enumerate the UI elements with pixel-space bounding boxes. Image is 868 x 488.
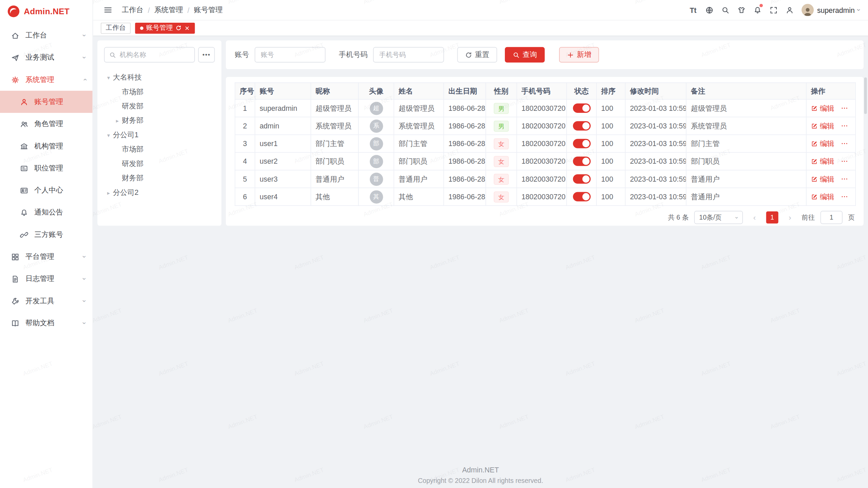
breadcrumb-item[interactable]: 工作台: [122, 5, 143, 15]
table-row[interactable]: 5user3普通用户普普通用户1986-06-28女18020030720100…: [235, 170, 855, 188]
tree-item-label: 研发部: [122, 101, 143, 111]
profile-icon: [20, 186, 29, 194]
scrollbar-thumb[interactable]: [864, 78, 867, 114]
bell-icon[interactable]: [750, 3, 764, 17]
goto-page-input[interactable]: [821, 211, 843, 224]
tab-item[interactable]: 工作台: [101, 22, 131, 34]
sidebar-item-org-mgmt[interactable]: 机构管理: [0, 135, 93, 157]
add-button[interactable]: 新增: [559, 47, 599, 63]
docs-icon: [11, 319, 21, 327]
row-more-button[interactable]: [841, 193, 848, 200]
cell-gender: 女: [486, 152, 517, 170]
account-filter-input[interactable]: [255, 47, 326, 63]
next-page-button[interactable]: ›: [784, 211, 796, 224]
cell-time: 2023-01-03 10:59:44: [625, 188, 686, 205]
phone-filter-input[interactable]: [373, 47, 444, 63]
tree-arrow-icon[interactable]: ▸: [113, 118, 122, 124]
tree-item[interactable]: ▾分公司1: [104, 128, 215, 142]
table-row[interactable]: 4user2部门职员部部门职员1986-06-28女18020030720100…: [235, 152, 855, 170]
edit-button[interactable]: 编辑: [811, 139, 834, 148]
prev-page-button[interactable]: ‹: [748, 211, 761, 224]
edit-button[interactable]: 编辑: [811, 103, 834, 113]
font-size-icon[interactable]: Tt: [686, 3, 700, 17]
status-toggle[interactable]: [573, 157, 590, 166]
user-menu[interactable]: superadmin ›: [802, 4, 860, 16]
status-toggle[interactable]: [573, 139, 590, 148]
cell-remark: 部门职员: [686, 152, 806, 170]
tab-refresh-icon[interactable]: [176, 25, 182, 31]
sidebar-item-position-mgmt[interactable]: 职位管理: [0, 157, 93, 179]
tab-close-icon[interactable]: [184, 25, 190, 30]
gender-badge: 女: [494, 191, 509, 202]
status-toggle[interactable]: [573, 192, 590, 202]
sidebar-item-dev-tools[interactable]: 开发工具›: [0, 290, 93, 312]
user-icon[interactable]: [782, 3, 796, 17]
page-unit-label: 页: [848, 213, 855, 222]
tree-arrow-icon[interactable]: ▸: [104, 189, 113, 196]
row-more-button[interactable]: [841, 104, 848, 111]
breadcrumb-item[interactable]: 账号管理: [194, 5, 223, 15]
tree-item[interactable]: 研发部: [104, 157, 215, 171]
sidebar-item-help-docs[interactable]: 帮助文档›: [0, 312, 93, 334]
edit-button[interactable]: 编辑: [811, 192, 834, 202]
tree-item[interactable]: 市场部: [104, 142, 215, 157]
hamburger-icon[interactable]: [101, 3, 115, 17]
tree-item[interactable]: ▸分公司2: [104, 185, 215, 200]
table-row[interactable]: 6user4其他其其他1986-06-28女180200307201002023…: [235, 188, 855, 205]
row-more-button[interactable]: [841, 140, 848, 147]
org-more-button[interactable]: •••: [198, 47, 215, 63]
brand[interactable]: Admin.NET: [0, 0, 93, 22]
total-count: 共 6 条: [668, 213, 689, 222]
gender-badge: 男: [494, 103, 509, 114]
query-button[interactable]: 查询: [505, 47, 545, 63]
sidebar-item-business-test[interactable]: 业务测试›: [0, 46, 93, 68]
sidebar-item-platform-mgmt[interactable]: 平台管理›: [0, 246, 93, 268]
reset-button[interactable]: 重置: [457, 47, 497, 63]
tree-item[interactable]: 市场部: [104, 85, 215, 99]
chevron-down-icon: ›: [855, 9, 863, 11]
phone-filter-label: 手机号码: [339, 50, 368, 60]
status-toggle[interactable]: [573, 103, 590, 113]
cell-phone: 18020030720: [517, 188, 567, 205]
tree-item[interactable]: ▸财务部: [104, 114, 215, 128]
row-more-button[interactable]: [841, 157, 848, 164]
breadcrumb-separator: /: [148, 6, 150, 14]
edit-button[interactable]: 编辑: [811, 156, 834, 166]
fullscreen-icon[interactable]: [766, 3, 781, 17]
sidebar-item-role-mgmt[interactable]: 角色管理: [0, 113, 93, 135]
skin-icon[interactable]: [734, 3, 748, 17]
page-number-button[interactable]: 1: [766, 211, 778, 224]
sidebar-item-notice[interactable]: 通知公告: [0, 201, 93, 223]
row-more-button[interactable]: [841, 122, 848, 129]
active-tab-dot: [140, 26, 143, 30]
tree-item[interactable]: 财务部: [104, 171, 215, 185]
tree-item[interactable]: ▾大名科技: [104, 70, 215, 84]
sidebar-item-profile-center[interactable]: 个人中心: [0, 179, 93, 201]
globe-icon[interactable]: [702, 3, 716, 17]
table-row[interactable]: 3user1部门主管部部门主管1986-06-28女18020030720100…: [235, 135, 855, 152]
cell-time: 2023-01-03 10:59:44: [625, 170, 686, 188]
tree-arrow-icon[interactable]: ▾: [104, 75, 113, 81]
table-row[interactable]: 1superadmin超级管理员超超级管理员1986-06-28男1802003…: [235, 99, 855, 117]
row-more-button[interactable]: [841, 175, 848, 182]
sidebar-item-account-mgmt[interactable]: 账号管理: [0, 91, 93, 113]
tree-item[interactable]: 研发部: [104, 99, 215, 113]
breadcrumb-item[interactable]: 系统管理: [154, 5, 183, 15]
tab-active[interactable]: 账号管理: [135, 22, 195, 34]
sidebar-item-workbench[interactable]: 工作台›: [0, 24, 93, 46]
sidebar-item-system-mgmt[interactable]: 系统管理›: [0, 68, 93, 90]
edit-button[interactable]: 编辑: [811, 121, 834, 131]
sidebar-item-log-mgmt[interactable]: 日志管理›: [0, 268, 93, 290]
cell-gender: 女: [486, 135, 517, 152]
page-size-select[interactable]: 10条/页 ›: [694, 211, 743, 224]
cell-nickname: 系统管理员: [311, 117, 358, 135]
org-search-input[interactable]: [120, 51, 190, 59]
table-row[interactable]: 2admin系统管理员系系统管理员1986-06-28男180200307201…: [235, 117, 855, 135]
status-toggle[interactable]: [573, 174, 590, 184]
status-toggle[interactable]: [573, 121, 590, 131]
edit-button[interactable]: 编辑: [811, 174, 834, 184]
sidebar-menu: 工作台›业务测试›系统管理›账号管理角色管理机构管理职位管理个人中心通知公告三方…: [0, 22, 93, 334]
sidebar-item-third-account[interactable]: 三方账号: [0, 224, 93, 246]
search-icon[interactable]: [718, 3, 732, 17]
tree-arrow-icon[interactable]: ▾: [104, 132, 113, 138]
